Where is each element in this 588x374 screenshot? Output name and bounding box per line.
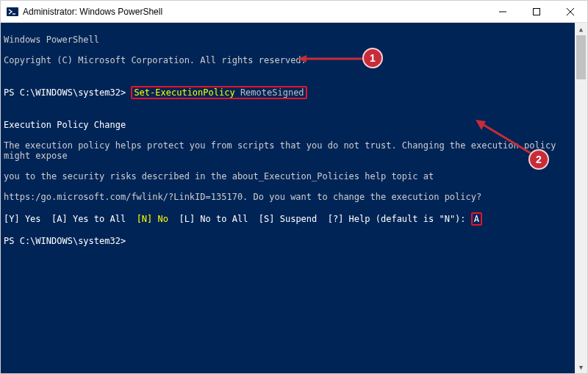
powershell-icon bbox=[7, 6, 18, 18]
minimize-button[interactable] bbox=[486, 1, 520, 23]
annotation-highlight-1: Set-ExecutionPolicy RemoteSigned bbox=[131, 86, 306, 99]
terminal-prompt-line: PS C:\WINDOWS\system32> bbox=[4, 236, 562, 246]
terminal-options-line: [Y] Yes [A] Yes to All [N] No [L] No to … bbox=[4, 212, 562, 226]
terminal-line: Windows PowerShell bbox=[4, 35, 562, 45]
terminal-line: Copyright (C) Microsoft Corporation. All… bbox=[4, 55, 562, 65]
annotation-badge-1: 1 bbox=[362, 48, 383, 68]
command-arg: RemoteSigned bbox=[235, 87, 304, 98]
scrollbar-thumb[interactable] bbox=[576, 35, 586, 79]
vertical-scrollbar[interactable]: ▲ ▼ bbox=[575, 23, 587, 373]
options-pre: [Y] Yes [A] Yes to All bbox=[4, 214, 137, 224]
user-input-a: A bbox=[474, 214, 479, 224]
command-yellow: Set-ExecutionPolicy bbox=[134, 87, 234, 98]
svg-rect-1 bbox=[534, 8, 540, 15]
options-default-n: [N] No bbox=[137, 214, 168, 224]
options-post: [L] No to All [S] Suspend [?] Help (defa… bbox=[168, 214, 471, 224]
scroll-up-icon[interactable]: ▲ bbox=[575, 23, 587, 35]
terminal-section-title: Execution Policy Change bbox=[4, 120, 562, 130]
terminal-area[interactable]: Windows PowerShell Copyright (C) Microso… bbox=[1, 23, 587, 373]
terminal-line: The execution policy helps protect you f… bbox=[4, 140, 562, 161]
scrollbar-track[interactable] bbox=[575, 35, 587, 361]
terminal-prompt-line: PS C:\WINDOWS\system32> Set-ExecutionPol… bbox=[4, 86, 562, 99]
terminal-line: you to the security risks described in t… bbox=[4, 171, 562, 181]
terminal-line: https:/go.microsoft.com/fwlink/?LinkID=1… bbox=[4, 192, 562, 202]
window-title: Administrator: Windows PowerShell bbox=[23, 7, 162, 17]
scroll-down-icon[interactable]: ▼ bbox=[575, 361, 587, 373]
annotation-badge-2: 2 bbox=[528, 149, 549, 170]
maximize-button[interactable] bbox=[520, 1, 553, 23]
titlebar: Administrator: Windows PowerShell bbox=[1, 1, 587, 23]
prompt-text: PS C:\WINDOWS\system32> bbox=[4, 87, 131, 98]
annotation-highlight-2: A bbox=[471, 212, 482, 226]
close-button[interactable] bbox=[553, 1, 587, 23]
